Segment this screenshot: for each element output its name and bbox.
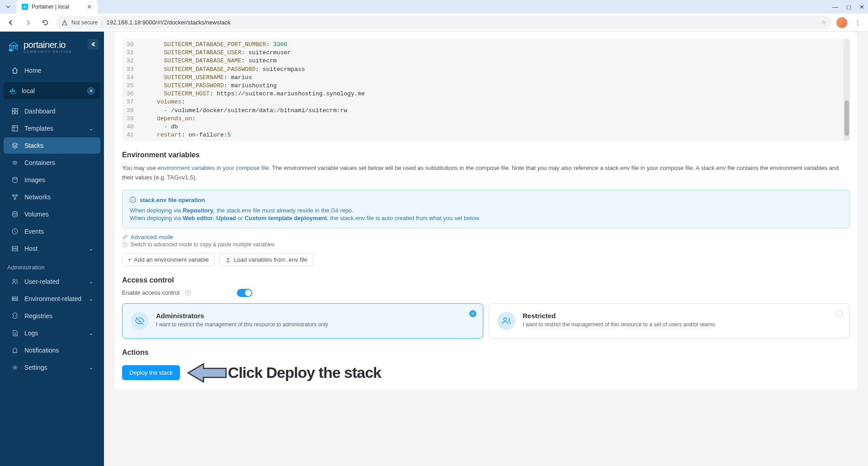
help-icon: ? bbox=[122, 242, 127, 247]
sidebar-item-label: Settings bbox=[24, 364, 47, 371]
chevron-down-icon: ⌄ bbox=[89, 365, 93, 371]
sidebar-section-admin: Administration bbox=[0, 258, 104, 273]
chevron-down-icon: ⌄ bbox=[89, 246, 93, 252]
nav-icon bbox=[11, 295, 19, 302]
sidebar-item-label: Templates bbox=[24, 125, 53, 132]
env-vars-title: Environment variables bbox=[122, 151, 850, 159]
close-tab-icon[interactable]: ✕ bbox=[87, 3, 92, 10]
svg-rect-18 bbox=[12, 249, 18, 251]
sidebar: portainer.io COMMUNITY EDITION Home loca… bbox=[0, 32, 104, 466]
sidebar-item-label: Images bbox=[24, 176, 45, 184]
sidebar-item-networks[interactable]: Networks bbox=[4, 189, 100, 205]
compose-editor[interactable]: 303132333435363738394041 SUITECRM_DATABA… bbox=[122, 39, 850, 141]
sidebar-item-label: User-related bbox=[24, 278, 59, 285]
access-option-administrators[interactable]: Administrators I want to restrict the ma… bbox=[122, 303, 483, 339]
help-icon[interactable]: ? bbox=[185, 290, 191, 296]
svg-point-24 bbox=[14, 367, 16, 368]
sidebar-item-label: Containers bbox=[24, 159, 55, 166]
sidebar-item-label: Host bbox=[24, 245, 38, 252]
svg-rect-21 bbox=[12, 299, 18, 301]
sidebar-item-registries[interactable]: Registries bbox=[4, 308, 100, 324]
sidebar-item-label: Registries bbox=[24, 312, 52, 320]
stack-env-info-box: stack.env file operation When deploying … bbox=[122, 190, 850, 228]
sidebar-item-label: Dashboard bbox=[24, 108, 56, 115]
bookmark-icon[interactable]: ☆ bbox=[821, 19, 826, 26]
edit-icon bbox=[122, 234, 128, 240]
tutorial-annotation: Click Deploy the stack bbox=[186, 363, 381, 383]
back-button[interactable] bbox=[5, 16, 17, 29]
sidebar-item-user-related[interactable]: User-related⌄ bbox=[4, 273, 100, 290]
not-secure-icon bbox=[61, 19, 68, 26]
url-bar[interactable]: Not secure | 192.168.1.18:9000/#!/2/dock… bbox=[56, 16, 832, 29]
sidebar-item-notifications[interactable]: Notifications bbox=[4, 342, 100, 358]
sidebar-item-label: Home bbox=[24, 67, 41, 74]
sidebar-item-images[interactable]: Images bbox=[4, 172, 100, 188]
load-env-file-button[interactable]: Load variables from .env file bbox=[219, 253, 313, 266]
svg-rect-8 bbox=[12, 112, 14, 114]
nav-icon bbox=[11, 347, 19, 354]
nav-icon bbox=[11, 329, 19, 337]
nav-icon bbox=[11, 125, 19, 132]
window-controls: — ◻ ✕ bbox=[832, 4, 864, 10]
browser-toolbar: Not secure | 192.168.1.18:9000/#!/2/dock… bbox=[0, 14, 868, 32]
minimize-button[interactable]: — bbox=[832, 4, 838, 10]
env-vars-description: You may use environment variables in you… bbox=[122, 164, 850, 183]
sidebar-item-templates[interactable]: Templates⌄ bbox=[4, 120, 100, 137]
home-icon bbox=[11, 67, 19, 74]
sidebar-item-events[interactable]: Events bbox=[4, 223, 100, 240]
deploy-stack-button[interactable]: Deploy the stack bbox=[122, 365, 180, 380]
sidebar-item-logs[interactable]: Logs⌄ bbox=[4, 325, 100, 341]
advanced-mode-link[interactable]: Advanced mode bbox=[122, 234, 850, 240]
nav-icon bbox=[11, 193, 19, 201]
access-admin-title: Administrators bbox=[156, 312, 328, 320]
security-label: Not secure bbox=[71, 19, 98, 26]
sidebar-collapse-button[interactable] bbox=[88, 39, 99, 50]
svg-rect-10 bbox=[12, 126, 18, 131]
browser-tab[interactable]: Portainer | local ✕ bbox=[16, 0, 98, 14]
nav-icon bbox=[11, 312, 19, 320]
sidebar-environment[interactable]: local ✕ bbox=[4, 82, 100, 99]
chevron-down-icon: ⌄ bbox=[89, 296, 93, 302]
editor-scrollbar[interactable] bbox=[844, 39, 850, 141]
brand-name: portainer.io bbox=[24, 40, 72, 50]
nav-icon bbox=[11, 278, 19, 285]
sidebar-item-settings[interactable]: Settings⌄ bbox=[4, 359, 100, 376]
browser-menu-icon[interactable]: ⋮ bbox=[852, 19, 863, 26]
profile-avatar[interactable] bbox=[836, 17, 847, 28]
sidebar-item-host[interactable]: Host⌄ bbox=[4, 240, 100, 257]
svg-point-14 bbox=[14, 198, 16, 200]
close-window-button[interactable]: ✕ bbox=[859, 4, 864, 10]
env-close-icon[interactable]: ✕ bbox=[87, 87, 95, 95]
sidebar-item-home[interactable]: Home bbox=[4, 62, 100, 79]
sidebar-item-volumes[interactable]: Volumes bbox=[4, 206, 100, 222]
sidebar-item-environment-related[interactable]: Environment-related⌄ bbox=[4, 291, 100, 307]
editor-content[interactable]: SUITECRM_DATABASE_PORT_NUMBER: 3306 SUIT… bbox=[138, 39, 844, 141]
access-admin-desc: I want to restrict the management of thi… bbox=[156, 321, 328, 328]
access-restricted-title: Restricted bbox=[523, 312, 715, 320]
sidebar-item-label: Logs bbox=[24, 329, 38, 337]
svg-point-15 bbox=[13, 212, 17, 213]
access-option-restricted[interactable]: Restricted I want to restrict the manage… bbox=[489, 303, 850, 339]
add-env-var-button[interactable]: + Add an environment variable bbox=[122, 253, 215, 266]
sidebar-item-label: Events bbox=[24, 228, 44, 235]
radio-checked-icon: ✓ bbox=[469, 310, 476, 317]
annotation-text: Click Deploy the stack bbox=[228, 364, 381, 381]
forward-button[interactable] bbox=[22, 16, 34, 29]
maximize-button[interactable]: ◻ bbox=[846, 4, 851, 10]
scrollbar-thumb[interactable] bbox=[844, 100, 849, 136]
main-content: 303132333435363738394041 SUITECRM_DATABA… bbox=[104, 32, 868, 466]
browser-tab-bar: Portainer | local ✕ — ◻ ✕ bbox=[0, 0, 868, 14]
plus-icon: + bbox=[128, 256, 132, 263]
sidebar-item-label: Notifications bbox=[24, 347, 59, 354]
reload-button[interactable] bbox=[39, 16, 52, 29]
editor-gutter: 303132333435363738394041 bbox=[122, 39, 138, 141]
access-control-toggle[interactable] bbox=[237, 289, 252, 297]
tab-title: Portainer | local bbox=[32, 4, 69, 10]
chevron-down-icon: ⌄ bbox=[89, 330, 93, 336]
tab-list-dropdown[interactable] bbox=[4, 2, 13, 11]
sidebar-item-stacks[interactable]: Stacks bbox=[4, 137, 100, 154]
access-restricted-desc: I want to restrict the management of thi… bbox=[523, 321, 715, 328]
env-vars-doc-link[interactable]: environment variables in your compose fi… bbox=[157, 165, 269, 171]
sidebar-item-containers[interactable]: Containers bbox=[4, 155, 100, 171]
sidebar-item-dashboard[interactable]: Dashboard bbox=[4, 103, 100, 119]
